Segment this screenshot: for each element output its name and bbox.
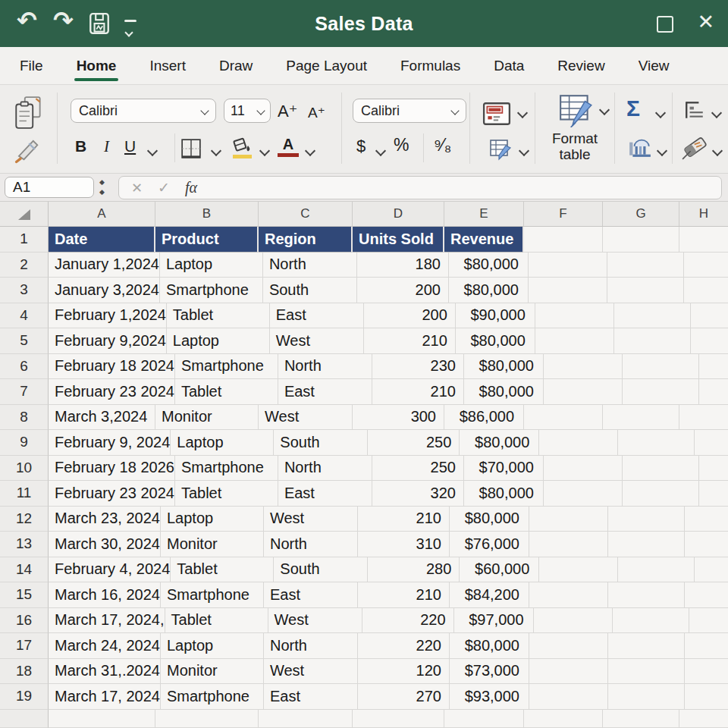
empty-cell[interactable]	[685, 582, 728, 608]
empty-cell[interactable]	[608, 633, 685, 659]
decimal-button[interactable]: ⁹⁄₈	[434, 135, 451, 155]
empty-cell[interactable]	[679, 710, 728, 728]
empty-cell[interactable]	[685, 532, 728, 557]
revenue-cell[interactable]: $80,000	[464, 379, 544, 405]
units-sold-cell[interactable]: 230	[372, 354, 464, 380]
date-cell[interactable]: March 3,2024	[49, 405, 155, 431]
date-cell[interactable]: February 4, 2024	[49, 557, 171, 583]
underline-dropdown-icon[interactable]	[147, 146, 158, 156]
empty-cell[interactable]	[608, 507, 685, 532]
empty-cell[interactable]	[544, 354, 623, 380]
date-cell[interactable]: March 23, 2024	[49, 507, 161, 532]
units-sold-cell[interactable]: 210	[358, 582, 450, 608]
revenue-cell[interactable]: $80,000	[449, 278, 529, 303]
region-cell[interactable]: East	[264, 684, 358, 710]
empty-cell[interactable]	[524, 227, 603, 253]
product-cell[interactable]: Tablet	[167, 303, 270, 329]
grow-font-button[interactable]: A⁺	[278, 102, 297, 121]
empty-cell[interactable]	[608, 532, 685, 557]
header-cell-product[interactable]: Product	[155, 227, 259, 253]
row-number[interactable]: 16	[0, 608, 49, 634]
row-number[interactable]: 19	[0, 684, 49, 710]
units-sold-cell[interactable]: 180	[357, 253, 449, 278]
empty-cell[interactable]	[691, 328, 728, 354]
empty-cell[interactable]	[699, 379, 728, 405]
empty-cell[interactable]	[544, 481, 623, 507]
column-header-d[interactable]: D	[353, 202, 444, 226]
format-table-icon[interactable]	[558, 93, 595, 130]
maximize-button[interactable]	[657, 16, 673, 33]
product-cell[interactable]: Monitor	[161, 659, 264, 685]
column-header-a[interactable]: A	[49, 202, 155, 226]
empty-cell[interactable]	[49, 710, 155, 728]
tab-data[interactable]: Data	[494, 48, 524, 84]
sort-filter-icon[interactable]	[628, 135, 652, 161]
sort-filter-dropdown-icon[interactable]	[657, 146, 667, 156]
revenue-cell[interactable]: $73,000	[450, 659, 529, 685]
autosum-dropdown-icon[interactable]	[655, 108, 666, 118]
units-sold-cell[interactable]: 250	[368, 430, 460, 456]
cancel-icon[interactable]: ✕	[131, 180, 143, 196]
empty-cell[interactable]	[623, 379, 699, 405]
units-sold-cell[interactable]: 210	[358, 507, 450, 532]
product-cell[interactable]: Tablet	[175, 379, 278, 405]
product-cell[interactable]: Laptop	[171, 430, 274, 456]
region-cell[interactable]: North	[278, 354, 372, 380]
column-header-f[interactable]: F	[524, 202, 603, 226]
insert-table-icon[interactable]	[488, 138, 513, 164]
units-sold-cell[interactable]: 320	[372, 481, 464, 507]
date-cell[interactable]: January 3,2024	[49, 278, 160, 303]
region-cell[interactable]: North	[264, 633, 358, 659]
revenue-cell[interactable]: $80,000	[450, 507, 529, 532]
date-cell[interactable]: January 1,2024	[49, 253, 160, 278]
region-cell[interactable]: East	[278, 379, 372, 405]
empty-cell[interactable]	[689, 608, 728, 634]
column-header-c[interactable]: C	[259, 202, 353, 226]
units-sold-cell[interactable]: 270	[358, 684, 450, 710]
revenue-cell[interactable]: $80,000	[464, 354, 544, 380]
date-cell[interactable]: February 18 2024	[49, 354, 175, 380]
revenue-cell[interactable]: $80,000	[460, 430, 539, 456]
empty-cell[interactable]	[444, 710, 524, 728]
date-cell[interactable]: February 1,2024	[49, 303, 167, 329]
empty-cell[interactable]	[684, 278, 728, 303]
empty-cell[interactable]	[607, 253, 684, 278]
revenue-cell[interactable]: $80,000	[449, 253, 529, 278]
fill-color-dropdown-icon[interactable]	[259, 146, 270, 156]
empty-cell[interactable]	[679, 227, 728, 253]
empty-cell[interactable]	[529, 633, 608, 659]
column-header-g[interactable]: G	[603, 202, 679, 226]
empty-cell[interactable]	[695, 430, 728, 456]
empty-cell[interactable]	[353, 710, 444, 728]
header-cell-date[interactable]: Date	[49, 227, 155, 253]
row-number[interactable]: 7	[0, 379, 49, 405]
product-cell[interactable]: Smartphone	[175, 456, 278, 482]
date-cell[interactable]: March 17, 2024,	[49, 608, 165, 634]
tab-page-layout[interactable]: Page Layout	[286, 48, 367, 84]
product-cell[interactable]: Tablet	[171, 557, 274, 583]
empty-cell[interactable]	[679, 405, 728, 431]
empty-cell[interactable]	[603, 227, 679, 253]
column-header-b[interactable]: B	[155, 202, 259, 226]
tab-review[interactable]: Review	[557, 48, 604, 84]
units-sold-cell[interactable]: 310	[358, 532, 450, 557]
underline-button[interactable]: U	[124, 137, 136, 155]
bold-button[interactable]: B	[75, 137, 86, 155]
empty-cell[interactable]	[608, 684, 685, 710]
fx-icon[interactable]: fα	[185, 179, 197, 196]
empty-cell[interactable]	[608, 659, 685, 685]
fill-color-icon[interactable]	[229, 135, 255, 164]
date-cell[interactable]: February 23 2024	[49, 481, 175, 507]
paste-icon[interactable]	[12, 96, 46, 133]
date-cell[interactable]: March 16, 2024	[49, 582, 161, 608]
empty-cell[interactable]	[155, 710, 259, 728]
empty-cell[interactable]	[607, 278, 684, 303]
name-box[interactable]: A1	[5, 177, 94, 198]
close-button[interactable]: ✕	[697, 10, 714, 34]
empty-cell[interactable]	[544, 379, 623, 405]
product-cell[interactable]: Smartphone	[161, 684, 264, 710]
name-box-stepper[interactable]: ◆◆	[99, 177, 105, 197]
row-number[interactable]: 5	[0, 328, 49, 354]
font-size-select[interactable]: 11	[224, 99, 271, 123]
empty-cell[interactable]	[614, 328, 691, 354]
